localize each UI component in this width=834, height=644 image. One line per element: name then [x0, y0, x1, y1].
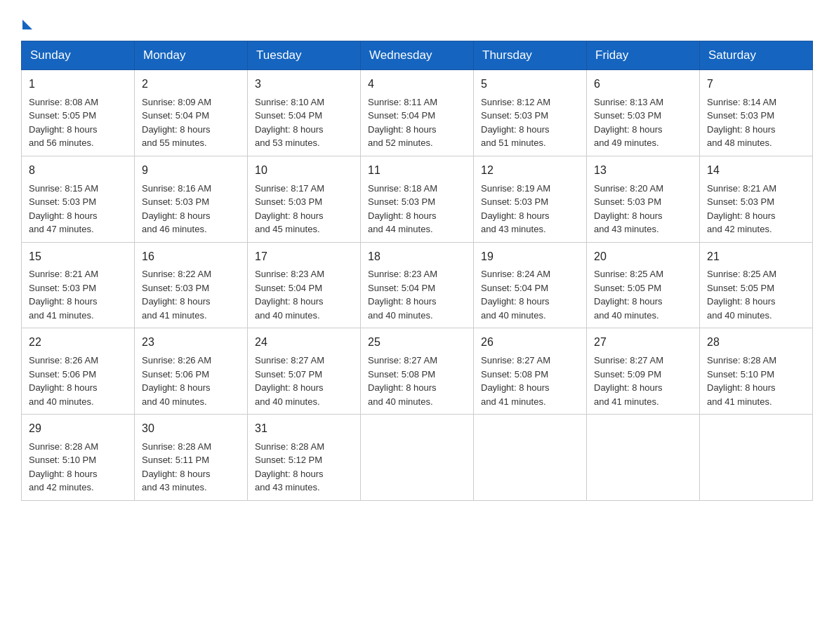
week-row-5: 29Sunrise: 8:28 AMSunset: 5:10 PMDayligh… [22, 415, 813, 501]
day-info: Sunrise: 8:19 AMSunset: 5:03 PMDaylight:… [481, 182, 579, 236]
day-info: Sunrise: 8:24 AMSunset: 5:04 PMDaylight:… [481, 267, 579, 322]
day-info: Sunrise: 8:14 AMSunset: 5:03 PMDaylight:… [707, 95, 805, 150]
day-info: Sunrise: 8:17 AMSunset: 5:03 PMDaylight:… [255, 182, 353, 236]
day-number: 22 [29, 334, 127, 351]
day-number: 14 [707, 162, 805, 180]
day-cell-20: 20Sunrise: 8:25 AMSunset: 5:05 PMDayligh… [587, 242, 700, 328]
day-cell-13: 13Sunrise: 8:20 AMSunset: 5:03 PMDayligh… [587, 156, 700, 242]
day-info: Sunrise: 8:10 AMSunset: 5:04 PMDaylight:… [255, 95, 353, 150]
day-cell-7: 7Sunrise: 8:14 AMSunset: 5:03 PMDaylight… [700, 70, 813, 156]
empty-cell [587, 415, 700, 501]
weekday-header-row: SundayMondayTuesdayWednesdayThursdayFrid… [22, 41, 813, 70]
week-row-3: 15Sunrise: 8:21 AMSunset: 5:03 PMDayligh… [22, 242, 813, 328]
day-number: 30 [142, 420, 240, 438]
day-cell-1: 1Sunrise: 8:08 AMSunset: 5:05 PMDaylight… [22, 70, 135, 156]
day-number: 10 [255, 162, 353, 180]
day-info: Sunrise: 8:21 AMSunset: 5:03 PMDaylight:… [29, 267, 127, 322]
day-info: Sunrise: 8:27 AMSunset: 5:08 PMDaylight:… [481, 354, 579, 408]
logo [21, 14, 32, 27]
day-number: 28 [707, 334, 805, 351]
day-number: 1 [29, 76, 127, 93]
day-cell-12: 12Sunrise: 8:19 AMSunset: 5:03 PMDayligh… [474, 156, 587, 242]
day-info: Sunrise: 8:27 AMSunset: 5:07 PMDaylight:… [255, 354, 353, 408]
day-info: Sunrise: 8:23 AMSunset: 5:04 PMDaylight:… [255, 267, 353, 322]
page-header [21, 14, 813, 27]
day-cell-27: 27Sunrise: 8:27 AMSunset: 5:09 PMDayligh… [587, 328, 700, 415]
day-cell-14: 14Sunrise: 8:21 AMSunset: 5:03 PMDayligh… [700, 156, 813, 242]
day-info: Sunrise: 8:09 AMSunset: 5:04 PMDaylight:… [142, 95, 240, 150]
empty-cell [474, 415, 587, 501]
day-cell-6: 6Sunrise: 8:13 AMSunset: 5:03 PMDaylight… [587, 70, 700, 156]
day-cell-8: 8Sunrise: 8:15 AMSunset: 5:03 PMDaylight… [22, 156, 135, 242]
day-info: Sunrise: 8:21 AMSunset: 5:03 PMDaylight:… [707, 182, 805, 236]
day-number: 24 [255, 334, 353, 351]
weekday-header-tuesday: Tuesday [248, 41, 361, 70]
logo-arrow-icon [22, 20, 32, 29]
weekday-header-thursday: Thursday [474, 41, 587, 70]
day-number: 23 [142, 334, 240, 351]
day-number: 7 [707, 76, 805, 93]
day-info: Sunrise: 8:13 AMSunset: 5:03 PMDaylight:… [594, 95, 692, 150]
day-number: 29 [29, 420, 127, 438]
day-number: 5 [481, 76, 579, 93]
day-cell-26: 26Sunrise: 8:27 AMSunset: 5:08 PMDayligh… [474, 328, 587, 415]
day-cell-18: 18Sunrise: 8:23 AMSunset: 5:04 PMDayligh… [361, 242, 474, 328]
day-number: 18 [368, 248, 466, 266]
day-number: 21 [707, 248, 805, 266]
day-number: 13 [594, 162, 692, 180]
day-info: Sunrise: 8:16 AMSunset: 5:03 PMDaylight:… [142, 182, 240, 236]
day-cell-15: 15Sunrise: 8:21 AMSunset: 5:03 PMDayligh… [22, 242, 135, 328]
day-number: 27 [594, 334, 692, 351]
day-info: Sunrise: 8:12 AMSunset: 5:03 PMDaylight:… [481, 95, 579, 150]
day-info: Sunrise: 8:18 AMSunset: 5:03 PMDaylight:… [368, 182, 466, 236]
weekday-header-friday: Friday [587, 41, 700, 70]
day-info: Sunrise: 8:20 AMSunset: 5:03 PMDaylight:… [594, 182, 692, 236]
day-cell-9: 9Sunrise: 8:16 AMSunset: 5:03 PMDaylight… [135, 156, 248, 242]
day-info: Sunrise: 8:11 AMSunset: 5:04 PMDaylight:… [368, 95, 466, 150]
day-cell-3: 3Sunrise: 8:10 AMSunset: 5:04 PMDaylight… [248, 70, 361, 156]
weekday-header-sunday: Sunday [22, 41, 135, 70]
day-number: 15 [29, 248, 127, 266]
day-info: Sunrise: 8:22 AMSunset: 5:03 PMDaylight:… [142, 267, 240, 322]
day-number: 6 [594, 76, 692, 93]
day-info: Sunrise: 8:28 AMSunset: 5:10 PMDaylight:… [707, 354, 805, 408]
day-info: Sunrise: 8:23 AMSunset: 5:04 PMDaylight:… [368, 267, 466, 322]
day-info: Sunrise: 8:27 AMSunset: 5:09 PMDaylight:… [594, 354, 692, 408]
day-number: 4 [368, 76, 466, 93]
weekday-header-saturday: Saturday [700, 41, 813, 70]
day-number: 11 [368, 162, 466, 180]
day-number: 25 [368, 334, 466, 351]
day-number: 16 [142, 248, 240, 266]
day-info: Sunrise: 8:28 AMSunset: 5:12 PMDaylight:… [255, 440, 353, 495]
day-cell-16: 16Sunrise: 8:22 AMSunset: 5:03 PMDayligh… [135, 242, 248, 328]
day-info: Sunrise: 8:25 AMSunset: 5:05 PMDaylight:… [707, 267, 805, 322]
day-info: Sunrise: 8:08 AMSunset: 5:05 PMDaylight:… [29, 95, 127, 150]
week-row-1: 1Sunrise: 8:08 AMSunset: 5:05 PMDaylight… [22, 70, 813, 156]
day-info: Sunrise: 8:28 AMSunset: 5:11 PMDaylight:… [142, 440, 240, 495]
day-cell-2: 2Sunrise: 8:09 AMSunset: 5:04 PMDaylight… [135, 70, 248, 156]
day-info: Sunrise: 8:26 AMSunset: 5:06 PMDaylight:… [142, 354, 240, 408]
day-cell-22: 22Sunrise: 8:26 AMSunset: 5:06 PMDayligh… [22, 328, 135, 415]
day-number: 3 [255, 76, 353, 93]
day-cell-29: 29Sunrise: 8:28 AMSunset: 5:10 PMDayligh… [22, 415, 135, 501]
day-cell-4: 4Sunrise: 8:11 AMSunset: 5:04 PMDaylight… [361, 70, 474, 156]
week-row-2: 8Sunrise: 8:15 AMSunset: 5:03 PMDaylight… [22, 156, 813, 242]
day-number: 2 [142, 76, 240, 93]
day-number: 26 [481, 334, 579, 351]
day-cell-11: 11Sunrise: 8:18 AMSunset: 5:03 PMDayligh… [361, 156, 474, 242]
day-info: Sunrise: 8:28 AMSunset: 5:10 PMDaylight:… [29, 440, 127, 495]
day-cell-23: 23Sunrise: 8:26 AMSunset: 5:06 PMDayligh… [135, 328, 248, 415]
day-info: Sunrise: 8:15 AMSunset: 5:03 PMDaylight:… [29, 182, 127, 236]
day-info: Sunrise: 8:27 AMSunset: 5:08 PMDaylight:… [368, 354, 466, 408]
weekday-header-monday: Monday [135, 41, 248, 70]
day-cell-19: 19Sunrise: 8:24 AMSunset: 5:04 PMDayligh… [474, 242, 587, 328]
day-number: 31 [255, 420, 353, 438]
day-number: 19 [481, 248, 579, 266]
day-cell-5: 5Sunrise: 8:12 AMSunset: 5:03 PMDaylight… [474, 70, 587, 156]
day-cell-28: 28Sunrise: 8:28 AMSunset: 5:10 PMDayligh… [700, 328, 813, 415]
day-cell-21: 21Sunrise: 8:25 AMSunset: 5:05 PMDayligh… [700, 242, 813, 328]
day-number: 9 [142, 162, 240, 180]
day-number: 17 [255, 248, 353, 266]
day-info: Sunrise: 8:26 AMSunset: 5:06 PMDaylight:… [29, 354, 127, 408]
day-cell-10: 10Sunrise: 8:17 AMSunset: 5:03 PMDayligh… [248, 156, 361, 242]
